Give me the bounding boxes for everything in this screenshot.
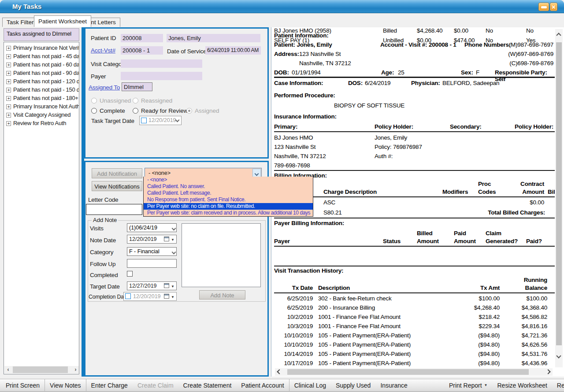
assigned-to-field[interactable]: DImmel [122,82,152,91]
scroll-thumb[interactable] [556,42,562,345]
expand-plus-icon[interactable]: + [6,96,11,101]
calendar-icon[interactable] [164,294,169,299]
note-text-area[interactable] [182,223,261,287]
note-date-picker[interactable]: 12/20/2019 ▼ [127,235,177,244]
task-tree-item[interactable]: +Primary Insurance Not Authorized [4,102,79,111]
toolbar-item[interactable]: Create Claim▼ [133,379,178,391]
tab-patient-worksheet[interactable]: Patient Worksheet [34,15,91,27]
radio-unassigned[interactable] [91,98,97,104]
letter-code-input[interactable] [86,204,142,215]
scroll-right-icon[interactable]: › [72,366,79,374]
radio-complete-label: Complete [100,107,125,114]
completion-date-checkbox[interactable] [125,293,131,299]
calendar-icon[interactable] [164,237,169,241]
notification-option[interactable]: Called Patient. Left message. [144,190,313,196]
assigned-to-link[interactable]: Assigned To [89,84,120,91]
primary-insurance-phone: 789-698-7698 [274,162,310,169]
scroll-up-icon[interactable] [556,33,561,37]
scroll-left-icon[interactable]: ‹ [4,366,12,374]
task-target-date-picker[interactable]: 12/20/2019 [139,116,182,125]
expand-plus-icon[interactable]: + [6,113,11,118]
add-note-button[interactable]: Add Note [199,290,245,300]
task-tree-item[interactable]: +Primary Insurance Not Verified [4,44,79,52]
expand-plus-icon[interactable]: + [6,46,11,51]
patient-name-field[interactable]: Jones, Emily [167,34,260,42]
expand-plus-icon[interactable]: + [6,121,11,126]
transaction-row: 6/25/2019200 - Insurance Billing$4,268.4… [274,304,555,314]
toolbar-item[interactable]: Insurance▼ [375,379,412,391]
dropdown-arrow-button[interactable] [252,169,261,177]
task-tree-item[interactable]: +Review for Retro Auth [4,119,79,127]
worksheet-hscrollbar[interactable] [275,368,553,376]
follow-up-input[interactable] [127,259,177,268]
task-tree-item[interactable]: +Patient has not paid - 180+ days [4,94,79,102]
completed-checkbox[interactable] [127,271,133,277]
primary-insurance-addr1: 123 Nashville St [274,144,315,150]
toolbar-item[interactable]: Clinical Log▼ [289,379,331,391]
notification-option[interactable]: Per Payer web site: claim received and i… [144,210,313,216]
notification-option[interactable]: No Response from patient. Sent Final Not… [144,196,313,203]
toolbar-item[interactable]: Patient Account▼ [236,379,289,391]
close-button[interactable]: × [550,3,557,11]
scroll-down-icon[interactable] [556,353,561,358]
add-notification-button[interactable]: Add Notification [92,168,142,178]
transaction-row: 10/2/20191001 - Finance Fee Flat Amount$… [274,314,555,323]
chevron-down-icon[interactable]: ▼ [171,238,174,242]
toolbar-item[interactable]: Create Statement▼ [178,379,237,391]
radio-complete[interactable] [91,108,97,114]
completion-date-picker[interactable]: 12/20/2019 ▼ [123,292,177,301]
task-tree-item[interactable]: +Patient has not paid - 90 days [4,69,79,77]
acct-vst-link[interactable]: Acct-Vst# [91,47,115,54]
billing-row1-charge: ASC [323,199,335,206]
view-notifications-button[interactable]: View Notifications [92,181,142,191]
toolbar-item[interactable]: Supply Used▼ [331,379,375,391]
toolbar-item[interactable]: Enter Charge▼ [86,379,133,391]
patient-id-field[interactable]: 200008 [121,34,163,42]
visits-dropdown[interactable]: (1)06/24/19 [127,223,177,232]
toolbar-item[interactable]: Print Screen▼ [1,379,45,391]
category-dropdown[interactable]: F - Financial [127,247,177,256]
worksheet-vscrollbar[interactable] [555,29,563,367]
notification-option[interactable]: Called Patient. No answer. [144,183,313,190]
expand-plus-icon[interactable]: + [6,63,11,67]
minimize-button[interactable] [538,3,549,11]
chevron-down-icon[interactable]: ▼ [171,295,174,299]
notification-option[interactable]: - <none> [144,177,313,183]
scroll-thumb[interactable] [13,366,68,373]
radio-reassigned[interactable] [133,98,138,104]
payer-billing-row: BJ Jones HMO (2958)Billed$4,268.40$0.00N… [274,27,555,37]
tx-date-header: Tx Date [274,285,313,291]
toolbar-item[interactable]: View Notes▼ [45,379,86,391]
target-date-label: Target Date [90,283,120,290]
expand-plus-icon[interactable]: + [6,71,11,76]
payer-header: Payer [274,238,290,244]
target-date-picker[interactable]: 12/27/2019 ▼ [127,281,177,290]
expand-plus-icon[interactable]: + [6,54,11,59]
visit-category-field[interactable] [121,59,202,68]
my-tasks-window: My Tasks × Task Filtering Patient Worksh… [0,0,564,392]
radio-ready-for-review[interactable] [133,108,138,114]
toolbar-item[interactable]: Print Report▼ [444,379,493,391]
scroll-left-icon[interactable] [277,369,282,374]
acct-vst-field[interactable]: 200008 - 1 [121,46,163,55]
expand-plus-icon[interactable]: + [6,104,11,109]
chevron-down-icon[interactable]: ▼ [171,285,174,288]
title-bar[interactable]: My Tasks × [0,0,564,13]
expand-plus-icon[interactable]: + [6,88,11,92]
expand-plus-icon[interactable]: + [6,79,11,84]
notification-option[interactable]: Per Payer web site: no claim on file. Re… [144,203,313,210]
task-tree-item[interactable]: +Patient has not paid - 120 days [4,77,79,85]
task-tree-item[interactable]: +Visit Category Assigned [4,111,79,119]
task-tree-hscrollbar[interactable]: ‹ › [4,366,79,374]
task-tree-item[interactable]: +Patient has not paid - 150 days [4,85,79,94]
task-tree-item[interactable]: +Patient has not paid - 60 days [4,60,79,69]
calendar-icon[interactable] [164,283,169,288]
scroll-right-icon[interactable] [545,369,550,374]
task-tree-item[interactable]: +Patient has not paid - 45 days [4,52,79,60]
toolbar-item[interactable]: Refresh WorkSheet▼ [552,379,564,391]
task-target-date-checkbox[interactable] [141,118,147,123]
toolbar-item[interactable]: Resize Worksheet▼ [493,379,552,391]
payer-field[interactable] [121,72,202,80]
scroll-thumb[interactable] [287,369,529,375]
radio-assigned[interactable] [186,108,192,114]
